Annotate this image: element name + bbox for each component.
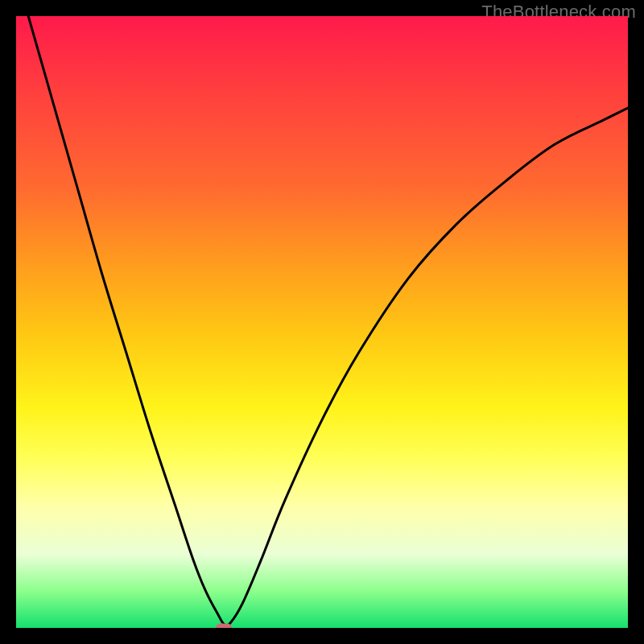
bottleneck-marker <box>216 624 232 629</box>
plot-area <box>16 16 628 628</box>
bottleneck-curve <box>28 16 628 625</box>
curve-svg <box>16 16 628 628</box>
